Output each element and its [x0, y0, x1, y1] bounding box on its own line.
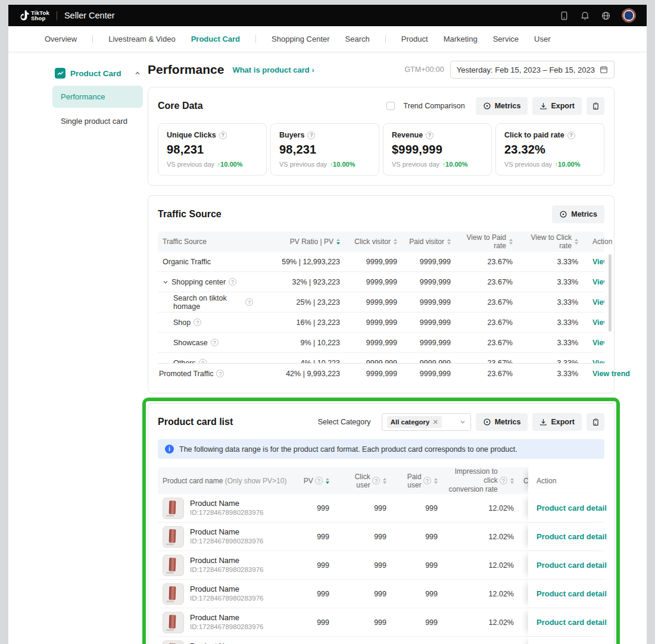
- bell-icon[interactable]: [580, 11, 590, 21]
- metrics-button[interactable]: Metrics: [552, 205, 604, 223]
- page-title: Performance: [148, 62, 224, 77]
- sort-icon[interactable]: [326, 478, 329, 484]
- column-view-to-paid[interactable]: View to Paid rate: [456, 233, 517, 250]
- nav-item[interactable]: Livestream & Video: [108, 35, 176, 43]
- table-row: Product Name ID:17284678980283976 999 99…: [158, 494, 604, 523]
- mobile-device-icon[interactable]: [559, 11, 569, 21]
- nav-item[interactable]: Overview: [45, 35, 77, 43]
- metrics-button[interactable]: Metrics: [476, 413, 528, 431]
- metric-label: Unique Clicks: [167, 131, 216, 139]
- sort-icon[interactable]: [510, 478, 514, 484]
- sort-icon[interactable]: [336, 239, 340, 245]
- view-to-click-value: 3.33%: [517, 278, 583, 286]
- sidebar-group-product-card[interactable]: Product Card: [52, 63, 143, 83]
- help-icon[interactable]: [423, 477, 431, 484]
- product-card-detail-link[interactable]: Product card detail: [537, 504, 607, 512]
- view-trend-link[interactable]: View trend: [592, 318, 604, 327]
- column-action: Action: [528, 467, 606, 494]
- sidebar: Product Card Performance Single product …: [52, 60, 143, 132]
- nav-item[interactable]: Shopping Center: [272, 35, 330, 43]
- nav-item[interactable]: Product: [401, 35, 428, 43]
- table-row: Product Name ID:17284678980283976 999 99…: [158, 580, 604, 608]
- paid-user-value: 999: [391, 533, 442, 541]
- table-row: Shopping center 32% | 923,223 9999,999 9…: [158, 272, 604, 292]
- product-thumbnail: [163, 526, 184, 548]
- nav-item[interactable]: Service: [493, 35, 519, 43]
- column-paid-user[interactable]: Paid user: [391, 473, 442, 489]
- globe-icon[interactable]: [601, 11, 611, 21]
- click-visitor-value: 9999,999: [345, 359, 402, 364]
- product-card-detail-link[interactable]: Product card detail: [537, 589, 607, 598]
- click-visitor-value: 9999,999: [345, 318, 402, 327]
- sidebar-item-performance[interactable]: Performance: [52, 86, 143, 108]
- what-is-product-card-link[interactable]: What is product card›: [232, 65, 314, 74]
- column-pv[interactable]: PV: [292, 477, 334, 485]
- trend-comparison-label[interactable]: Trend Comparison: [404, 102, 465, 110]
- help-icon[interactable]: [307, 132, 315, 139]
- user-avatar[interactable]: [622, 8, 636, 23]
- sidebar-item-single-product-card[interactable]: Single product card: [52, 110, 143, 132]
- product-name: Product Name: [190, 642, 263, 644]
- timezone-label: GTM+00:00: [404, 65, 444, 74]
- column-view-to-click[interactable]: View to Click rate: [517, 233, 583, 250]
- help-icon[interactable]: [245, 298, 253, 306]
- view-to-click-value: 3.33%: [517, 298, 583, 307]
- trend-comparison-checkbox[interactable]: [386, 102, 395, 110]
- sort-icon[interactable]: [394, 239, 397, 245]
- view-trend-link[interactable]: View trend: [592, 339, 604, 347]
- sort-icon[interactable]: [509, 239, 513, 245]
- nav-item[interactable]: Marketing: [444, 35, 478, 43]
- help-icon[interactable]: [219, 132, 227, 139]
- nav-item[interactable]: Search: [345, 35, 370, 43]
- view-trend-link[interactable]: View trend: [592, 359, 604, 364]
- help-icon[interactable]: [211, 339, 219, 346]
- view-trend-link[interactable]: View trend: [592, 258, 604, 266]
- column-impression-to-click[interactable]: Impression to click conversion rate: [442, 467, 519, 494]
- sort-icon[interactable]: [447, 239, 451, 245]
- help-icon[interactable]: [567, 132, 575, 139]
- help-icon[interactable]: [199, 359, 207, 363]
- export-button[interactable]: Export: [532, 413, 582, 431]
- view-to-click-value: 3.33%: [517, 258, 583, 266]
- metrics-button[interactable]: Metrics: [476, 97, 528, 115]
- help-icon[interactable]: [426, 132, 433, 139]
- product-card-list-section: Product card list Select Category All ca…: [148, 403, 615, 644]
- nav-item[interactable]: Product Card: [191, 35, 240, 43]
- scrollbar-thumb[interactable]: [609, 254, 612, 332]
- chevron-down-icon[interactable]: [163, 279, 169, 285]
- sort-icon[interactable]: [383, 478, 386, 484]
- copy-button[interactable]: [587, 97, 604, 115]
- sort-icon[interactable]: [434, 478, 438, 484]
- pv-ratio-value: 59% | 12,993,223: [258, 258, 345, 266]
- product-card-detail-link[interactable]: Product card detail: [537, 561, 607, 570]
- date-range-picker[interactable]: Yesterday: Feb 15, 2023 – Feb 15, 2023: [450, 61, 615, 79]
- nav-item[interactable]: User: [534, 35, 550, 43]
- product-card-detail-link[interactable]: Product card detail: [537, 618, 607, 627]
- help-icon[interactable]: [216, 370, 224, 377]
- column-click-visitor[interactable]: Click visitor: [345, 237, 402, 246]
- column-paid-visitor[interactable]: Paid visitor: [402, 237, 456, 246]
- traffic-table-body[interactable]: Organic Traffic 59% | 12,993,223 9999,99…: [158, 252, 604, 363]
- view-trend-link[interactable]: View trend: [592, 298, 604, 307]
- impression-rate-value: 12.02%: [442, 533, 519, 541]
- paid-user-value: 999: [391, 618, 442, 627]
- column-pv-ratio[interactable]: PV Ratio | PV: [258, 237, 345, 246]
- export-button[interactable]: Export: [532, 97, 582, 115]
- change-value: ↑10.00%: [442, 161, 467, 168]
- help-icon[interactable]: [500, 477, 507, 484]
- sort-icon[interactable]: [575, 239, 578, 245]
- column-click-user[interactable]: Click user: [334, 473, 391, 489]
- category-select[interactable]: All category ✕: [382, 413, 471, 431]
- product-card-detail-link[interactable]: Product card detail: [537, 532, 607, 541]
- product-card-list-title: Product card list: [158, 417, 233, 427]
- paid-user-value: 999: [391, 590, 442, 598]
- view-trend-link[interactable]: View trend: [592, 370, 630, 378]
- help-icon[interactable]: [229, 278, 236, 286]
- help-icon[interactable]: [194, 318, 201, 326]
- help-icon[interactable]: [372, 477, 380, 484]
- help-icon[interactable]: [315, 477, 323, 484]
- remove-tag-icon[interactable]: ✕: [432, 418, 438, 426]
- copy-button[interactable]: [587, 413, 604, 431]
- metric-card: Click to paid rate 23.32% VS previous da…: [495, 123, 604, 176]
- view-trend-link[interactable]: View trend: [592, 278, 604, 286]
